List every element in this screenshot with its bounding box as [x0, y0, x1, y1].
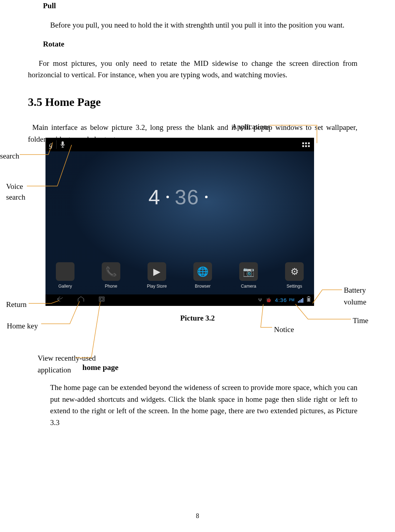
- navigation-bar: Ψ 🐞 4:36 PM: [45, 294, 314, 306]
- screenshot: g 4 36 Gallery📞Phone▶Play Store🌐Browser📷…: [45, 138, 314, 306]
- app-drawer-icon[interactable]: [301, 140, 310, 149]
- app-browser[interactable]: 🌐Browser: [187, 262, 218, 294]
- gallery-icon: [56, 262, 74, 281]
- google-search[interactable]: g: [45, 138, 56, 151]
- voice-search[interactable]: [57, 138, 69, 151]
- label-notice: Notice: [274, 324, 294, 336]
- app-camera[interactable]: 📷Camera: [233, 262, 264, 294]
- app-label: Camera: [241, 283, 256, 290]
- status-time: 4:36: [275, 296, 287, 304]
- app-phone[interactable]: 📞Phone: [95, 262, 127, 294]
- top-bar: g: [45, 138, 314, 151]
- settings-icon: ⚙: [285, 262, 304, 281]
- home-icon[interactable]: [77, 296, 85, 304]
- svg-rect-0: [62, 141, 64, 145]
- label-battery-1: Battery: [344, 284, 366, 296]
- app-gallery[interactable]: Gallery: [49, 262, 81, 294]
- status-pm: PM: [289, 297, 294, 303]
- heading-extended-home: home page: [82, 361, 119, 374]
- svg-rect-7: [308, 298, 310, 301]
- clock-widget[interactable]: 4 36: [149, 181, 211, 213]
- heading-home-page: 3.5 Home Page: [28, 93, 357, 111]
- play-icon: ▶: [148, 262, 166, 281]
- recent-icon[interactable]: [98, 296, 106, 304]
- text-extended-home: The home page can be extended beyond the…: [50, 382, 357, 428]
- app-label: Phone: [105, 283, 117, 290]
- page-number: 8: [0, 511, 395, 521]
- label-battery-2: volume: [344, 296, 366, 308]
- label-applications: Applications: [232, 121, 270, 133]
- browser-icon: 🌐: [193, 262, 212, 281]
- clock-minute: 36: [175, 181, 199, 213]
- svg-rect-3: [99, 297, 104, 301]
- app-label: Gallery: [58, 283, 72, 290]
- svg-rect-4: [100, 298, 103, 300]
- svg-rect-6: [308, 296, 309, 297]
- clock-dot1: [167, 196, 169, 198]
- label-voice-1: Voice: [6, 181, 23, 192]
- label-return: Return: [6, 299, 27, 311]
- signal-icon: [298, 298, 303, 303]
- status-tray[interactable]: Ψ 🐞 4:36 PM: [258, 296, 314, 304]
- page-content: Pull Before you pull, you need to hold t…: [28, 0, 357, 152]
- dock: Gallery📞Phone▶Play Store🌐Browser📷Camera⚙…: [45, 259, 314, 294]
- clock-dot2: [205, 196, 207, 198]
- heading-rotate: Rotate: [43, 38, 357, 50]
- figure-caption: Picture 3.2: [0, 312, 395, 324]
- label-search: search: [0, 150, 19, 162]
- wallpaper[interactable]: 4 36 Gallery📞Phone▶Play Store🌐Browser📷Ca…: [45, 151, 314, 294]
- debug-icon: 🐞: [266, 297, 271, 304]
- app-label: Browser: [195, 283, 211, 290]
- app-settings[interactable]: ⚙Settings: [279, 262, 310, 294]
- back-icon[interactable]: [56, 296, 64, 304]
- battery-icon: [307, 296, 310, 304]
- app-play[interactable]: ▶Play Store: [141, 262, 173, 294]
- app-label: Play Store: [147, 283, 167, 290]
- text-rotate: For most pictures, you only need to reta…: [28, 58, 357, 81]
- phone-icon: 📞: [102, 262, 120, 281]
- label-voice-2: search: [6, 191, 25, 203]
- camera-icon: 📷: [239, 262, 258, 281]
- text-pull: Before you pull, you need to hold the it…: [50, 19, 357, 31]
- mic-icon: [60, 141, 65, 148]
- clock-hour: 4: [149, 181, 161, 213]
- usb-icon: Ψ: [258, 297, 262, 304]
- app-label: Settings: [286, 283, 302, 290]
- google-icon: g: [49, 139, 53, 150]
- heading-pull: Pull: [43, 0, 357, 12]
